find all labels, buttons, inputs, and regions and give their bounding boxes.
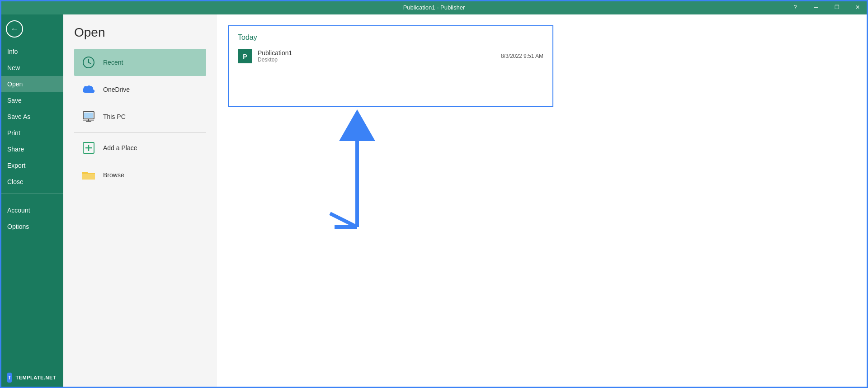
pc-icon [80,109,97,125]
file-name: Publication1 [258,49,495,57]
logo-icon: T [7,373,12,383]
location-list: Recent OneDrive [74,49,206,189]
sidebar-item-info[interactable]: Info [0,43,63,60]
title-bar: Publication1 - Publisher ? ─ ❐ ✕ [0,0,868,14]
svg-line-2 [89,62,91,64]
cloud-icon [80,81,97,98]
sidebar-nav: Info New Open Save Save As Print Share E… [0,43,63,367]
sidebar-item-save-as[interactable]: Save As [0,109,63,125]
sidebar-item-options[interactable]: Options [0,218,63,235]
sidebar-logo: T TEMPLATE.NET [0,367,63,388]
close-button[interactable]: ✕ [847,0,868,14]
svg-marker-15 [339,109,375,141]
today-label: Today [238,33,543,42]
sidebar-divider [0,194,63,194]
sidebar: ← Info New Open Save Save As Print Share [0,14,63,388]
title-bar-text: Publication1 - Publisher [403,4,465,11]
open-panel: Open Recent [63,14,217,388]
location-browse-label: Browse [103,171,124,179]
sidebar-item-account[interactable]: Account [0,202,63,218]
location-add-place[interactable]: Add a Place [74,134,206,161]
sidebar-item-close[interactable]: Close [0,174,63,190]
sidebar-item-open[interactable]: Open [0,76,63,92]
minimize-button[interactable]: ─ [806,0,826,14]
recent-files-box: Today P Publication1 Desktop 8/3/2022 9:… [228,25,553,107]
folder-icon [80,167,97,183]
sidebar-item-new[interactable]: New [0,60,63,76]
main-content: Open Recent [63,14,868,388]
svg-line-17 [330,213,357,227]
help-button[interactable]: ? [785,0,806,14]
sidebar-item-share[interactable]: Share [0,141,63,157]
location-divider [74,132,206,132]
sidebar-item-save[interactable]: Save [0,92,63,109]
file-date: 8/3/2022 9:51 AM [501,53,543,59]
restore-button[interactable]: ❐ [826,0,847,14]
location-this-pc[interactable]: This PC [74,103,206,130]
back-button[interactable]: ← [2,16,27,42]
svg-text:P: P [243,53,247,60]
location-recent-label: Recent [103,59,123,66]
location-onedrive[interactable]: OneDrive [74,76,206,103]
file-item[interactable]: P Publication1 Desktop 8/3/2022 9:51 AM [238,46,543,66]
files-panel: Today P Publication1 Desktop 8/3/2022 9:… [217,14,868,388]
location-addplace-label: Add a Place [103,144,137,151]
plus-icon [80,140,97,156]
logo-text: TEMPLATE.NET [15,375,56,380]
publisher-icon: P [238,49,252,63]
location-thispc-label: This PC [103,113,126,120]
app-window: ← Info New Open Save Save As Print Share [0,14,868,388]
open-title: Open [74,25,206,40]
arrow-annotation [289,105,425,232]
window-controls: ─ ❐ ✕ [806,0,868,14]
location-browse[interactable]: Browse [74,161,206,189]
back-circle-icon: ← [6,20,23,38]
sidebar-bottom: Account Options [0,198,63,239]
svg-rect-6 [84,113,93,118]
sidebar-item-export[interactable]: Export [0,157,63,174]
location-recent[interactable]: Recent [74,49,206,76]
location-onedrive-label: OneDrive [103,86,130,93]
clock-icon [80,54,97,71]
sidebar-item-print[interactable]: Print [0,125,63,141]
file-info: Publication1 Desktop [258,49,495,63]
file-location: Desktop [258,57,495,63]
